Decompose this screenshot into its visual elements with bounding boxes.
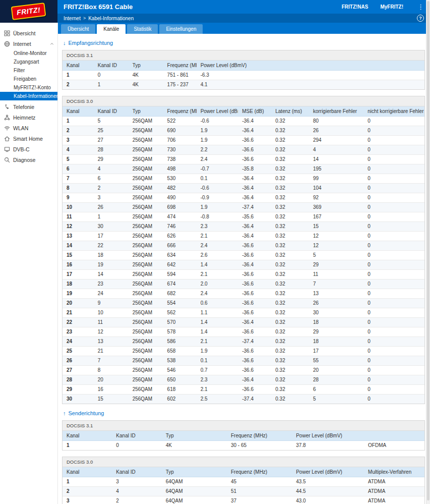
table-cell: 256QAM — [129, 270, 163, 279]
table-cell: 0.32 — [271, 327, 309, 337]
sidebar-item-smart-home[interactable]: Smart Home — [0, 133, 57, 144]
table-cell: 530 — [163, 174, 197, 184]
column-header: Kanal ID — [94, 106, 129, 117]
sidebar-item-telefonie[interactable]: Telefonie — [0, 101, 57, 112]
table-cell: 6 — [94, 174, 129, 184]
table-cell: -0.7 — [197, 164, 238, 174]
table-cell: 0 — [363, 203, 424, 212]
kebab-menu-icon[interactable]: ⋮ — [417, 4, 424, 10]
table-cell: 0 — [363, 222, 424, 232]
table-cell: 578 — [163, 327, 197, 337]
table-cell: -36.6 — [238, 155, 271, 164]
table-cell: 12 — [63, 222, 94, 232]
table-cell: 0.7 — [197, 366, 238, 375]
tab-einstellungen[interactable]: Einstellungen — [159, 24, 203, 34]
fritznas-link[interactable]: FRITZ!NAS — [342, 4, 368, 10]
downstream-section-heading[interactable]: ↓ Empfangsrichtung — [63, 40, 425, 46]
table-cell: 0.32 — [271, 308, 309, 318]
table-row: 1714256QAM5942.1-36.60.32110 — [63, 270, 424, 279]
upstream-section-heading[interactable]: ↑ Senderichtung — [63, 410, 425, 416]
table-cell: 7 — [309, 279, 363, 289]
magnifier-icon — [4, 156, 10, 163]
table-cell: 482 — [163, 184, 197, 193]
sidebar-item-zugangsart[interactable]: Zugangsart — [0, 58, 57, 66]
breadcrumb-separator-icon: > — [83, 16, 86, 21]
tab-kanaele[interactable]: Kanäle — [97, 24, 126, 34]
table-cell: 19 — [63, 289, 94, 299]
table-cell: 14 — [63, 241, 94, 251]
sidebar-item-online-monitor[interactable]: Online-Monitor — [0, 49, 57, 58]
sidebar-item-freigaben[interactable]: Freigaben — [0, 75, 57, 83]
table-cell: 256QAM — [129, 385, 163, 395]
downstream-docsis31-table: KanalKanal IDTypFrequenz (MHz)Power Leve… — [63, 61, 424, 89]
sidebar-item-heimnetz[interactable]: Heimnetz — [0, 112, 57, 123]
top-bar: FRITZ! FRITZ!Box 6591 Cable FRITZ!NAS My… — [0, 0, 430, 23]
table-cell: 23 — [94, 279, 129, 289]
table-cell: 0 — [363, 136, 424, 145]
table-cell: 256QAM — [129, 366, 163, 375]
table-cell: -36.6 — [238, 327, 271, 337]
sidebar-item-diagnose[interactable]: Diagnose — [0, 154, 57, 165]
table-cell: 0 — [363, 395, 424, 404]
table-cell: 175 - 237 — [163, 80, 197, 90]
table-cell: 37.8 — [292, 441, 364, 451]
scrollbar-thumb[interactable] — [427, 1, 429, 500]
column-header: Power Level (dBmV) — [197, 106, 238, 117]
table-cell: 1 — [63, 71, 94, 80]
table-cell: 256QAM — [129, 251, 163, 260]
table-cell: 2 — [63, 80, 94, 90]
table-row: 2464QAM5144.5ATDMA — [63, 487, 424, 496]
table-cell: 294 — [309, 136, 363, 145]
table-cell: 0.32 — [271, 241, 309, 251]
table-cell: 28 — [63, 375, 94, 385]
table-cell: 256QAM — [129, 184, 163, 193]
sidebar-item-wlan[interactable]: WLAN — [0, 123, 57, 133]
tab-uebersicht[interactable]: Übersicht — [61, 24, 95, 34]
table-cell: 2 — [112, 496, 161, 504]
column-header: Typ — [129, 61, 163, 71]
table-cell: 690 — [163, 126, 197, 136]
table-cell: 0.32 — [271, 174, 309, 184]
table-cell: 29 — [63, 385, 94, 395]
table-cell: 0 — [112, 441, 161, 451]
breadcrumb-page: Kabel-Informationen — [88, 16, 134, 21]
sidebar-item-myfritz-konto[interactable]: MyFRITZ!-Konto — [0, 83, 57, 92]
column-header: Power Level (dBmV) — [292, 431, 364, 441]
fritz-logo[interactable]: FRITZ! — [0, 0, 57, 23]
sidebar-item-internet[interactable]: Internet — [0, 38, 57, 49]
table-cell: 27 — [94, 136, 129, 145]
table-cell: 256QAM — [129, 308, 163, 318]
sidebar-item-uebersicht[interactable]: Übersicht — [0, 28, 57, 38]
phone-icon — [4, 103, 10, 110]
table-cell: 256QAM — [129, 327, 163, 337]
table-cell: 0.32 — [271, 117, 309, 126]
sidebar-item-kabel-informationen[interactable]: Kabel-Informationen — [0, 92, 57, 100]
table-cell: 28 — [94, 145, 129, 155]
table-cell: 4 — [112, 487, 161, 496]
table-cell: -0.6 — [197, 117, 238, 126]
scrollbar[interactable] — [426, 0, 430, 504]
column-header: Frequenz (MHz) — [163, 61, 197, 71]
sidebar-item-dvbc[interactable]: DVB-C — [0, 144, 57, 154]
column-header: Kanal — [63, 431, 112, 441]
breadcrumb-section[interactable]: Internet — [64, 16, 81, 21]
column-header: Power Level (dBmV) — [292, 467, 364, 477]
table-cell: ATDMA — [364, 477, 424, 487]
table-cell: ATDMA — [364, 487, 424, 496]
up-arrow-icon: ↑ — [63, 410, 66, 416]
table-cell: 698 — [163, 203, 197, 212]
table-cell: 0.32 — [271, 222, 309, 232]
table-cell: -36.6 — [238, 136, 271, 145]
downstream-docsis30-table: KanalKanal IDTypFrequenz (MHz)Power Leve… — [63, 106, 424, 404]
table-cell: 25 — [94, 126, 129, 136]
myfritz-link[interactable]: MyFRITZ! — [380, 4, 403, 10]
column-header: Frequenz (MHz) — [227, 467, 292, 477]
sidebar-item-filter[interactable]: Filter — [0, 66, 57, 75]
table-cell: 1 — [94, 212, 129, 222]
tab-statistik[interactable]: Statistik — [127, 24, 158, 34]
table-cell: 0 — [363, 385, 424, 395]
table-cell: -36.6 — [238, 299, 271, 308]
table-cell: 746 — [163, 222, 197, 232]
help-icon[interactable]: ? — [417, 15, 424, 22]
column-header: Kanal — [63, 61, 94, 71]
